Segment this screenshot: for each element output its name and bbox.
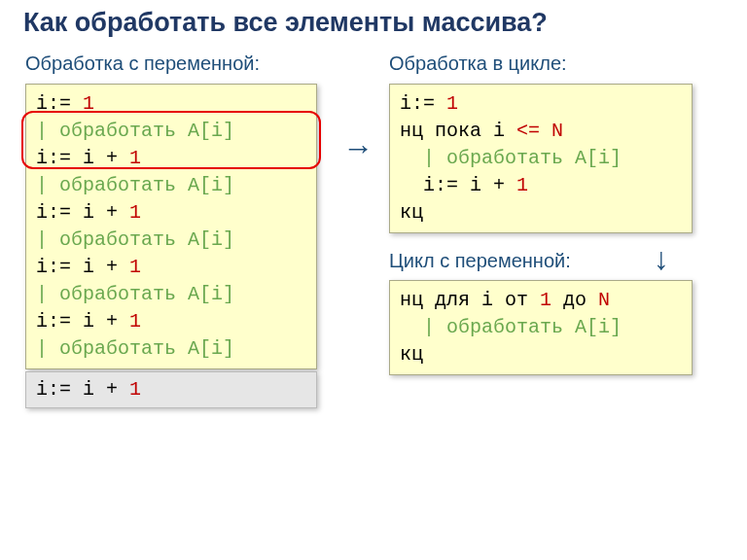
code-block-grey-remainder: i:= i + 1 [25, 371, 317, 408]
slide-title: Как обработать все элементы массива? [23, 8, 548, 38]
arrow-down-icon: ↓ [654, 243, 669, 274]
arrow-right-icon: → [342, 132, 374, 163]
subheading-right: Обработка в цикле: [389, 52, 567, 75]
code-block-unrolled: i:= 1 | обработать A[i] i:= i + 1 | обра… [25, 84, 317, 369]
code-block-for-loop: нц для i от 1 до N | обработать A[i] кц [389, 280, 693, 375]
subheading-left: Обработка с переменной: [25, 52, 260, 75]
code-block-while-loop: i:= 1 нц пока i <= N | обработать A[i] i… [389, 84, 693, 233]
subheading-loopvar: Цикл с переменной: [389, 250, 571, 272]
